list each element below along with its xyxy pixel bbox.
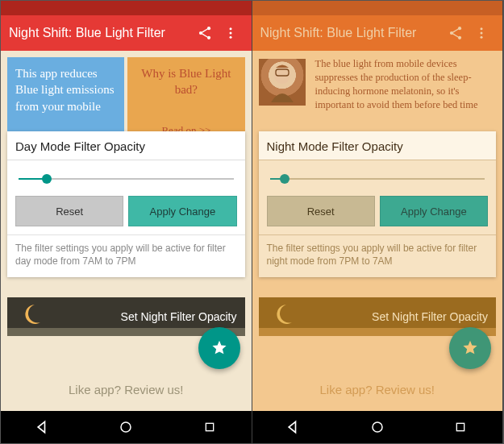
svg-point-16	[481, 32, 483, 35]
opacity-card: Night Mode Filter Opacity Reset Apply Ch…	[259, 131, 497, 277]
card-footer-text: The filter settings you apply will be ac…	[7, 234, 245, 277]
reset-button[interactable]: Reset	[267, 196, 375, 226]
nav-bar	[1, 411, 252, 443]
svg-point-8	[121, 422, 131, 432]
night-banner-label: Set Night Filter Opacity	[121, 310, 237, 323]
card-title: Night Mode Filter Opacity	[259, 131, 497, 160]
svg-point-20	[373, 422, 382, 432]
status-bar	[1, 1, 252, 15]
author-avatar	[259, 59, 306, 106]
svg-line-13	[453, 29, 459, 32]
content-area: This app reduces Blue light emissions fr…	[1, 51, 252, 411]
star-fab[interactable]	[449, 327, 491, 369]
svg-point-6	[229, 32, 231, 35]
opacity-slider[interactable]	[270, 178, 485, 180]
opacity-slider[interactable]	[19, 178, 234, 180]
moon-icon	[19, 302, 43, 326]
slider-thumb[interactable]	[42, 174, 52, 184]
card-footer-text: The filter settings you apply will be ac…	[259, 234, 497, 277]
status-bar	[252, 1, 503, 15]
night-banner-label: Set Night Filter Opacity	[372, 310, 488, 323]
app-title: Night Shift: Blue Light Filter	[9, 26, 192, 40]
svg-point-17	[481, 36, 483, 39]
opacity-card: Day Mode Filter Opacity Reset Apply Chan…	[7, 131, 245, 277]
slider-thumb[interactable]	[280, 174, 289, 184]
recents-button[interactable]	[452, 418, 469, 436]
content-area: The blue light from mobile devices suppr…	[252, 51, 503, 411]
svg-point-15	[481, 27, 483, 30]
right-screenshot: Night Shift: Blue Light Filter The blue …	[252, 1, 504, 443]
svg-point-5	[229, 27, 231, 30]
back-button[interactable]	[285, 418, 302, 436]
svg-line-4	[202, 34, 207, 37]
recents-button[interactable]	[201, 418, 219, 436]
svg-line-14	[453, 34, 459, 37]
svg-point-7	[229, 36, 231, 39]
home-button[interactable]	[117, 418, 135, 436]
reset-button[interactable]: Reset	[15, 196, 123, 226]
info-orange-title: Why is Blue Light bad?	[135, 65, 236, 98]
overflow-menu-icon[interactable]	[218, 20, 244, 46]
back-button[interactable]	[34, 418, 52, 436]
svg-rect-21	[457, 423, 464, 430]
svg-line-3	[202, 29, 207, 32]
review-prompt[interactable]: Like app? Review us!	[252, 383, 503, 396]
app-bar: Night Shift: Blue Light Filter	[252, 15, 503, 51]
overflow-menu-icon[interactable]	[469, 20, 494, 46]
star-fab[interactable]	[198, 327, 240, 369]
app-bar: Night Shift: Blue Light Filter	[1, 15, 252, 51]
review-prompt[interactable]: Like app? Review us!	[1, 383, 252, 396]
apply-change-button[interactable]: Apply Change	[128, 196, 236, 226]
left-screenshot: Night Shift: Blue Light Filter This app …	[1, 1, 252, 443]
svg-rect-9	[206, 423, 213, 430]
share-icon[interactable]	[192, 20, 218, 46]
app-title: Night Shift: Blue Light Filter	[260, 26, 444, 40]
apply-change-button[interactable]: Apply Change	[380, 196, 488, 226]
card-title: Day Mode Filter Opacity	[7, 131, 245, 160]
nav-bar	[252, 411, 503, 443]
home-button[interactable]	[369, 418, 386, 436]
moon-icon	[270, 302, 294, 326]
share-icon[interactable]	[443, 20, 469, 46]
